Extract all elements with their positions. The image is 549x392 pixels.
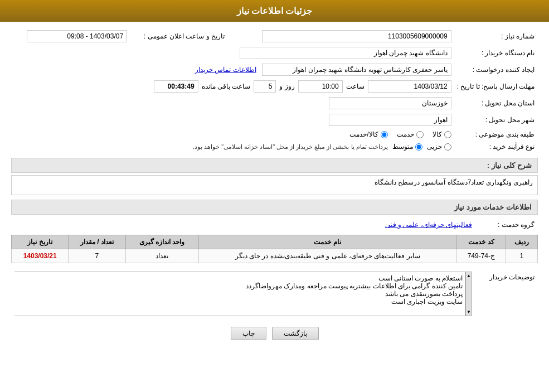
scroll-up-icon: ▲ xyxy=(467,273,471,278)
city-value-cell xyxy=(12,112,454,128)
radio-kala[interactable]: کالا xyxy=(433,130,451,138)
purchase-type-label: نوع فرآیند خرید : xyxy=(455,141,537,152)
row-city: شهر محل تحویل : xyxy=(12,112,537,128)
radio-kala-khadamat-label: کالا/خدمت xyxy=(349,130,378,138)
page-title: جزئیات اطلاعات نیاز xyxy=(237,6,313,16)
creator-value-cell: اطلاعات تماس خریدار xyxy=(12,62,454,78)
description-label: شرح کلی نیاز : xyxy=(487,161,532,170)
col-service-code: کد خدمت xyxy=(456,235,506,249)
deadline-date-input[interactable] xyxy=(368,80,451,93)
description-value: راهبری ونگهداری تعداد7دستگاه آسانسور درس… xyxy=(11,175,538,195)
services-data-table: ردیف کد خدمت نام خدمت واحد اندازه گیری ت… xyxy=(11,235,538,263)
table-body: 1 ج-74-749 سایر فعالیت‌های حرفه‌ای، علمی… xyxy=(12,249,538,263)
table-header: ردیف کد خدمت نام خدمت واحد اندازه گیری ت… xyxy=(12,235,538,249)
request-number-label: شماره نیاز : xyxy=(455,28,537,44)
radio-khadamat[interactable]: خدمت xyxy=(397,130,424,138)
scrollbar-left: ▲ ▼ xyxy=(465,272,472,316)
city-input[interactable] xyxy=(329,114,451,126)
radio-jozyi-label: جزیی xyxy=(427,143,442,151)
row-category: طبقه بندی موضوعی : کالا خدمت xyxy=(12,129,537,140)
buyer-org-value-cell xyxy=(12,45,454,61)
buyer-org-input[interactable] xyxy=(240,47,451,59)
radio-kala-input[interactable] xyxy=(444,131,451,138)
cell-date-needed: 1403/03/21 xyxy=(12,249,69,263)
request-number-value-cell xyxy=(237,28,454,44)
buyer-org-label: نام دستگاه خریدار : xyxy=(455,45,537,61)
col-service-name: نام خدمت xyxy=(198,235,456,249)
main-info-table: شماره نیاز : تاریخ و ساعت اعلان عمومی : … xyxy=(11,27,538,153)
description-container: راهبری ونگهداری تعداد7دستگاه آسانسور درس… xyxy=(11,175,538,195)
radio-kala-label: کالا xyxy=(433,130,442,138)
print-button[interactable]: چاپ xyxy=(231,327,266,340)
scroll-down-icon: ▼ xyxy=(467,309,471,314)
deadline-time-input[interactable] xyxy=(298,80,343,93)
radio-mutavasset-label: متوسط xyxy=(392,143,413,151)
action-buttons: بازگشت چاپ xyxy=(11,327,538,340)
category-radio-group: کالا خدمت کالا/خدمت xyxy=(14,130,451,138)
deadline-remaining-label: ساعت باقی مانده xyxy=(202,83,251,90)
row-request-number: شماره نیاز : تاریخ و ساعت اعلان عمومی : xyxy=(12,28,537,44)
radio-mutavasset-input[interactable] xyxy=(415,143,422,151)
radio-khadamat-input[interactable] xyxy=(416,131,424,138)
contact-link[interactable]: اطلاعات تماس خریدار xyxy=(195,66,256,74)
province-value-cell xyxy=(12,95,454,111)
category-value-cell: کالا خدمت کالا/خدمت xyxy=(12,129,454,140)
province-input[interactable] xyxy=(329,97,451,109)
service-group-label: گروه خدمت : xyxy=(475,219,537,230)
description-section-title: شرح کلی نیاز : xyxy=(11,158,538,173)
buyer-notes-table: توضیحات خریدار ▲ ▼ استعلام به صورت استان… xyxy=(11,269,538,319)
announce-label: تاریخ و ساعت اعلان عمومی : xyxy=(130,28,236,44)
radio-kala-khadamat[interactable]: کالا/خدمت xyxy=(349,130,387,138)
service-group-value-cell: فعالیتهای حرفه‌ای، علمی و فنی xyxy=(12,219,474,230)
buyer-notes-label: توضیحات خریدار xyxy=(475,270,537,318)
cell-unit: تعداد xyxy=(125,249,198,263)
col-quantity: تعداد / مقدار xyxy=(69,235,125,249)
cell-service-code: ج-74-749 xyxy=(456,249,506,263)
col-row-num: ردیف xyxy=(506,235,537,249)
radio-kala-khadamat-input[interactable] xyxy=(381,131,388,138)
row-purchase-type: نوع فرآیند خرید : جزیی متوسط پرداخت تمام… xyxy=(12,141,537,152)
page-header: جزئیات اطلاعات نیاز xyxy=(0,0,549,22)
deadline-remaining-input[interactable] xyxy=(154,80,198,93)
deadline-days-label: روز و xyxy=(279,83,294,90)
service-group-link[interactable]: فعالیتهای حرفه‌ای، علمی و فنی xyxy=(385,221,472,229)
row-service-group: گروه خدمت : فعالیتهای حرفه‌ای، علمی و فن… xyxy=(12,219,537,230)
service-group-table: گروه خدمت : فعالیتهای حرفه‌ای، علمی و فن… xyxy=(11,218,538,231)
cell-quantity: 7 xyxy=(69,249,125,263)
buyer-notes-container: ▲ ▼ استعلام به صورت استانی است تامین کنن… xyxy=(14,272,472,316)
row-creator: ایجاد کننده درخواست : اطلاعات تماس خریدا… xyxy=(12,62,537,78)
cell-service-name: سایر فعالیت‌های حرفه‌ای، علمی و فنی طبقه… xyxy=(198,249,456,263)
city-label: شهر محل تحویل : xyxy=(455,112,537,128)
col-unit: واحد اندازه گیری xyxy=(125,235,198,249)
table-row: 1 ج-74-749 سایر فعالیت‌های حرفه‌ای، علمی… xyxy=(12,249,538,263)
province-label: استان محل تحویل : xyxy=(455,95,537,111)
cell-row-num: 1 xyxy=(506,249,537,263)
creator-input[interactable] xyxy=(262,64,451,76)
purchase-type-note: پرداخت تمام یا بخشی از مبلغ خریدار از مح… xyxy=(193,143,388,151)
buyer-notes-textarea[interactable]: استعلام به صورت استانی است تامین کننده گ… xyxy=(14,272,465,316)
announce-datetime-input[interactable] xyxy=(27,30,127,42)
purchase-type-value-cell: جزیی متوسط پرداخت تمام یا بخشی از مبلغ خ… xyxy=(12,141,454,152)
radio-khadamat-label: خدمت xyxy=(397,130,414,138)
radio-mutavasset[interactable]: متوسط xyxy=(392,143,422,151)
deadline-time-label: ساعت xyxy=(346,83,365,90)
back-button[interactable]: بازگشت xyxy=(272,327,319,340)
row-buyer-org: نام دستگاه خریدار : xyxy=(12,45,537,61)
deadline-label: مهلت ارسال پاسخ: تا تاریخ : xyxy=(455,79,537,94)
table-header-row: ردیف کد خدمت نام خدمت واحد اندازه گیری ت… xyxy=(12,235,538,249)
col-date-needed: تاریخ نیاز xyxy=(12,235,69,249)
announce-value-cell xyxy=(12,28,129,44)
row-province: استان محل تحویل : xyxy=(12,95,537,111)
buyer-notes-value-cell: ▲ ▼ استعلام به صورت استانی است تامین کنن… xyxy=(12,270,474,318)
row-buyer-notes: توضیحات خریدار ▲ ▼ استعلام به صورت استان… xyxy=(12,270,537,318)
row-deadline: مهلت ارسال پاسخ: تا تاریخ : ساعت روز و س… xyxy=(12,79,537,94)
category-label: طبقه بندی موضوعی : xyxy=(455,129,537,140)
creator-label: ایجاد کننده درخواست : xyxy=(455,62,537,78)
services-section-title: اطلاعات خدمات مورد نیاز xyxy=(11,200,538,215)
request-number-input[interactable] xyxy=(262,30,451,42)
radio-jozyi-input[interactable] xyxy=(444,143,451,151)
deadline-days-input[interactable] xyxy=(254,80,276,93)
radio-jozyi[interactable]: جزیی xyxy=(427,143,451,151)
deadline-value-cell: ساعت روز و ساعت باقی مانده xyxy=(12,79,454,94)
